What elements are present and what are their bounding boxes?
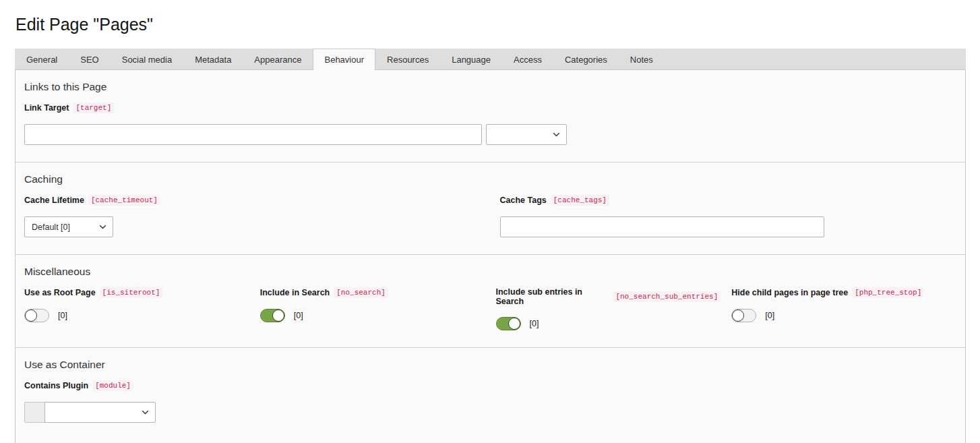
page-title: Edit Page "Pages"	[16, 15, 980, 34]
link-target-label: Link Target	[24, 103, 69, 113]
cache-lifetime-select-value: Default [0]	[32, 223, 70, 232]
use-as-root-page-field-code: [is_siteroot]	[100, 287, 163, 298]
tab-language[interactable]: Language	[440, 49, 502, 69]
chevron-down-icon	[99, 225, 106, 229]
toggle-value-label: [0]	[58, 311, 67, 320]
hide-child-pages-field-code: [php_tree_stop]	[852, 287, 924, 298]
section-miscellaneous: Miscellaneous Use as Root Page [is_siter…	[16, 255, 965, 348]
tab-social-media[interactable]: Social media	[111, 49, 183, 69]
include-sub-entries-field: Include sub entries in Search [no_search…	[496, 278, 721, 330]
include-in-search-field: Include in Search [no_search] [0]	[260, 278, 485, 330]
section-caching: Caching Cache Lifetime [cache_timeout] D…	[16, 163, 965, 255]
hide-child-pages-field: Hide child pages in page tree [php_tree_…	[731, 278, 956, 330]
section-use-as-container: Use as Container Contains Plugin [module…	[16, 348, 965, 443]
edit-form: General SEO Social media Metadata Appear…	[15, 49, 966, 443]
tab-resources[interactable]: Resources	[375, 49, 440, 69]
contains-plugin-select[interactable]	[44, 402, 156, 423]
section-heading: Caching	[24, 171, 956, 185]
cache-lifetime-field: Cache Lifetime [cache_timeout] Default […	[24, 185, 481, 237]
toggle-value-label: [0]	[294, 311, 303, 320]
tab-metadata[interactable]: Metadata	[183, 49, 243, 69]
include-sub-entries-field-code: [no_search_sub_entries]	[613, 291, 721, 302]
use-as-root-page-toggle[interactable]	[24, 309, 49, 322]
contains-plugin-field-code: [module]	[92, 380, 133, 391]
include-sub-entries-label: Include sub entries in Search	[496, 287, 609, 306]
hide-child-pages-label: Hide child pages in page tree	[731, 288, 848, 297]
plugin-icon-placeholder	[24, 402, 45, 423]
contains-plugin-label: Contains Plugin	[24, 381, 88, 390]
cache-tags-field-code: [cache_tags]	[551, 195, 609, 206]
tab-behaviour[interactable]: Behaviour	[313, 49, 375, 70]
tab-seo[interactable]: SEO	[69, 49, 110, 69]
cache-lifetime-label: Cache Lifetime	[24, 196, 84, 205]
tab-access[interactable]: Access	[502, 49, 553, 69]
toggle-value-label: [0]	[530, 319, 539, 328]
tab-notes[interactable]: Notes	[619, 49, 665, 69]
include-in-search-field-code: [no_search]	[334, 287, 388, 298]
use-as-root-page-label: Use as Root Page	[24, 288, 96, 297]
chevron-down-icon	[142, 410, 149, 415]
behaviour-tab-panel: Links to this Page Link Target [target] …	[15, 70, 966, 443]
tab-general[interactable]: General	[15, 49, 69, 69]
toggle-knob	[272, 309, 284, 322]
link-target-field-code: [target]	[73, 102, 114, 113]
link-target-select[interactable]	[486, 124, 567, 145]
cache-lifetime-field-code: [cache_timeout]	[88, 195, 160, 206]
cache-tags-label: Cache Tags	[500, 196, 547, 205]
include-sub-entries-toggle[interactable]	[496, 317, 521, 330]
toggle-knob	[508, 318, 520, 330]
section-heading: Miscellaneous	[24, 264, 956, 278]
include-in-search-toggle[interactable]	[260, 309, 285, 322]
toggle-knob	[732, 309, 744, 322]
section-links-to-this-page: Links to this Page Link Target [target]	[16, 70, 965, 163]
tab-bar: General SEO Social media Metadata Appear…	[15, 49, 966, 70]
hide-child-pages-toggle[interactable]	[731, 309, 756, 322]
cache-tags-field: Cache Tags [cache_tags]	[500, 185, 957, 237]
toggle-knob	[25, 309, 37, 322]
tab-appearance[interactable]: Appearance	[243, 49, 313, 69]
section-heading: Use as Container	[24, 357, 956, 371]
use-as-root-page-field: Use as Root Page [is_siteroot] [0]	[24, 278, 249, 330]
link-target-input[interactable]	[24, 124, 482, 145]
toggle-value-label: [0]	[765, 311, 774, 320]
cache-tags-input[interactable]	[500, 216, 824, 237]
tab-categories[interactable]: Categories	[553, 49, 619, 69]
section-heading: Links to this Page	[24, 79, 956, 93]
include-in-search-label: Include in Search	[260, 288, 330, 297]
chevron-down-icon	[553, 132, 560, 137]
cache-lifetime-select[interactable]: Default [0]	[24, 216, 113, 237]
